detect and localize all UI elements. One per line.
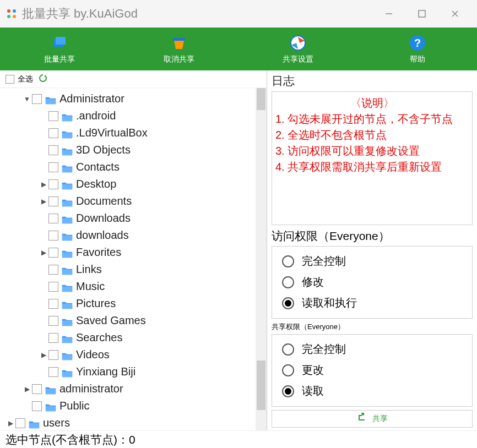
radio-icon[interactable] xyxy=(282,364,294,376)
access-perm-option[interactable]: 完全控制 xyxy=(278,251,467,272)
select-all-label: 全选 xyxy=(18,74,33,84)
node-checkbox[interactable] xyxy=(48,248,58,258)
share-perm-option[interactable]: 更改 xyxy=(278,360,467,381)
refresh-icon[interactable] xyxy=(39,74,47,84)
node-checkbox[interactable] xyxy=(48,367,58,377)
folder-tree[interactable]: ▼Administrator.android.Ld9VirtualBox3D O… xyxy=(0,88,256,430)
svg-point-3 xyxy=(13,15,16,18)
tree-node[interactable]: ▼Administrator xyxy=(0,90,256,107)
tree-node[interactable]: ▶Videos xyxy=(0,346,256,363)
radio-icon[interactable] xyxy=(282,276,294,288)
share-settings-icon xyxy=(289,34,307,52)
folder-icon xyxy=(62,146,73,155)
node-checkbox[interactable] xyxy=(48,214,58,223)
tree-node[interactable]: ▶administrator xyxy=(0,380,256,397)
node-checkbox[interactable] xyxy=(48,282,58,292)
radio-icon[interactable] xyxy=(282,385,294,397)
close-button[interactable] xyxy=(438,0,471,28)
maximize-button[interactable] xyxy=(405,0,438,28)
radio-label: 完全控制 xyxy=(302,342,346,357)
tab-share-settings[interactable]: 共享设置 xyxy=(238,28,358,70)
node-label: 3D Objects xyxy=(76,144,131,156)
node-label: Links xyxy=(76,263,102,276)
tree-node[interactable]: Music xyxy=(0,278,256,295)
folder-icon xyxy=(62,248,73,257)
share-perm-option[interactable]: 完全控制 xyxy=(278,339,467,360)
folder-icon xyxy=(62,316,73,325)
node-checkbox[interactable] xyxy=(48,128,58,138)
node-checkbox[interactable] xyxy=(32,94,42,104)
tree-node[interactable]: Downloads xyxy=(0,210,256,227)
tree-node[interactable]: downloads xyxy=(0,227,256,244)
tree-node[interactable]: Pictures xyxy=(0,295,256,312)
share-perm-option[interactable]: 读取 xyxy=(278,381,467,402)
tree-node[interactable]: Saved Games xyxy=(0,312,256,329)
node-checkbox[interactable] xyxy=(48,179,58,189)
node-checkbox[interactable] xyxy=(48,145,58,155)
tree-scrollbar[interactable] xyxy=(256,88,267,430)
folder-icon xyxy=(62,231,73,240)
expand-arrow-icon[interactable]: ▶ xyxy=(39,198,48,205)
tree-node[interactable]: .Ld9VirtualBox xyxy=(0,124,256,141)
select-all-checkbox[interactable] xyxy=(6,75,14,84)
node-checkbox[interactable] xyxy=(15,418,25,428)
expand-arrow-icon[interactable]: ▶ xyxy=(22,385,32,393)
expand-arrow-icon[interactable]: ▶ xyxy=(39,249,48,256)
node-checkbox[interactable] xyxy=(48,111,58,121)
node-checkbox[interactable] xyxy=(48,265,58,275)
node-checkbox[interactable] xyxy=(32,401,42,411)
node-label: Videos xyxy=(76,348,110,361)
radio-label: 更改 xyxy=(302,363,324,378)
status-text: 选中节点(不含根节点)：0 xyxy=(6,432,135,447)
node-checkbox[interactable] xyxy=(48,196,58,206)
expand-arrow-icon[interactable]: ▶ xyxy=(39,351,48,359)
tree-node[interactable]: 3D Objects xyxy=(0,141,256,159)
node-checkbox[interactable] xyxy=(48,231,58,241)
tab-label: 批量共享 xyxy=(44,54,75,64)
node-label: Pictures xyxy=(76,297,116,310)
node-label: Administrator xyxy=(59,92,124,105)
expand-arrow-icon[interactable]: ▶ xyxy=(6,419,15,427)
folder-icon xyxy=(45,385,56,394)
node-label: Saved Games xyxy=(76,314,146,327)
minimize-button[interactable] xyxy=(372,0,405,28)
share-perm-title: 共享权限（Everyone） xyxy=(272,322,473,332)
tree-node[interactable]: Yinxiang Biji xyxy=(0,363,256,380)
tab-batch-share[interactable]: 批量共享 xyxy=(0,28,120,70)
access-perm-option[interactable]: 读取和执行 xyxy=(278,293,467,314)
tree-node[interactable]: Links xyxy=(0,261,256,278)
expand-arrow-icon[interactable]: ▶ xyxy=(39,181,48,188)
node-checkbox[interactable] xyxy=(48,162,58,172)
radio-icon[interactable] xyxy=(282,343,294,356)
folder-icon xyxy=(29,419,40,428)
node-label: Desktop xyxy=(76,178,116,190)
tree-node[interactable]: ▶Documents xyxy=(0,193,256,210)
access-perm-option[interactable]: 修改 xyxy=(278,272,467,293)
radio-icon[interactable] xyxy=(282,297,294,309)
tree-node[interactable]: Contacts xyxy=(0,159,256,176)
node-checkbox[interactable] xyxy=(48,333,58,343)
node-checkbox[interactable] xyxy=(48,316,58,326)
folder-icon xyxy=(62,334,73,342)
tab-cancel-share[interactable]: 取消共享 xyxy=(120,28,239,70)
statusbar: 选中节点(不含根节点)：0 xyxy=(0,430,477,448)
node-checkbox[interactable] xyxy=(48,350,58,360)
tree-node[interactable]: ▶Favorites xyxy=(0,244,256,261)
radio-icon[interactable] xyxy=(282,255,294,267)
expand-arrow-icon[interactable]: ▼ xyxy=(22,95,32,103)
node-checkbox[interactable] xyxy=(48,299,58,309)
svg-text:?: ? xyxy=(414,37,421,49)
app-icon xyxy=(6,8,18,20)
tree-node[interactable]: ▶users xyxy=(0,414,256,430)
tree-node[interactable]: Public xyxy=(0,397,256,414)
tree-node[interactable]: .android xyxy=(0,107,256,124)
folder-icon xyxy=(62,112,73,121)
share-perm-box: 完全控制更改读取 xyxy=(272,334,473,407)
radio-label: 修改 xyxy=(302,275,324,289)
share-button[interactable]: 共享 xyxy=(272,410,473,428)
tree-node[interactable]: ▶Desktop xyxy=(0,176,256,193)
node-checkbox[interactable] xyxy=(32,384,42,394)
folder-icon xyxy=(45,95,56,103)
tab-help[interactable]: ?帮助 xyxy=(358,28,478,70)
tree-node[interactable]: Searches xyxy=(0,329,256,346)
